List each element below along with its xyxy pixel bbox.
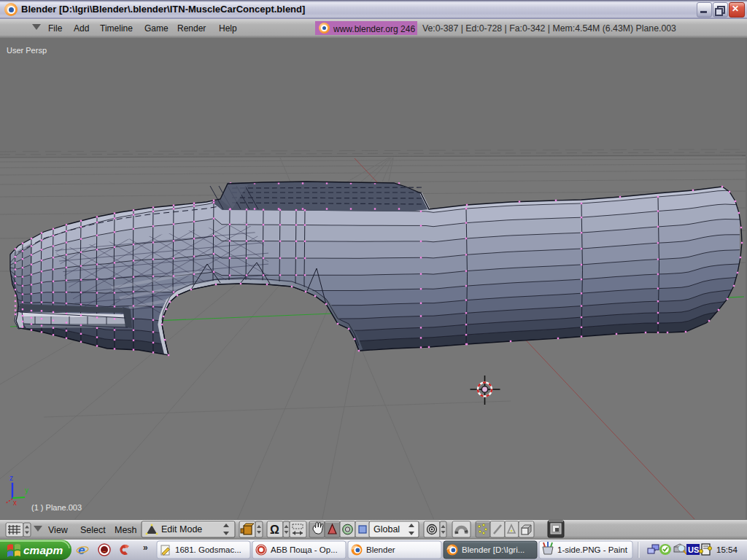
- svg-text:(1 ) Plane.003: (1 ) Plane.003: [31, 503, 82, 512]
- svg-text:Blender: Blender: [366, 545, 395, 554]
- svg-text:»: »: [143, 542, 148, 553]
- svg-text:e: e: [78, 543, 85, 557]
- svg-text:Select: Select: [80, 525, 106, 535]
- svg-text:z: z: [9, 474, 13, 482]
- svg-text:Ω: Ω: [270, 524, 279, 536]
- svg-text:15:54: 15:54: [716, 545, 738, 554]
- svg-text:1681. Godsmac...: 1681. Godsmac...: [175, 545, 241, 554]
- svg-text:Edit Mode: Edit Mode: [161, 524, 202, 534]
- svg-text:Mesh: Mesh: [115, 525, 137, 535]
- svg-text:US: US: [688, 545, 699, 554]
- svg-text:Blender [D:\Igri...: Blender [D:\Igri...: [462, 545, 525, 554]
- svg-text:View: View: [48, 525, 69, 535]
- svg-text:1-side.PNG - Paint: 1-side.PNG - Paint: [557, 545, 628, 554]
- svg-text:Global: Global: [374, 524, 400, 534]
- svg-text:x: x: [13, 499, 17, 507]
- svg-text:y: y: [25, 486, 28, 494]
- svg-text:старт: старт: [23, 544, 63, 556]
- svg-text:User Persp: User Persp: [7, 46, 47, 55]
- svg-text:АБВ Поща - Op...: АБВ Поща - Op...: [271, 545, 338, 554]
